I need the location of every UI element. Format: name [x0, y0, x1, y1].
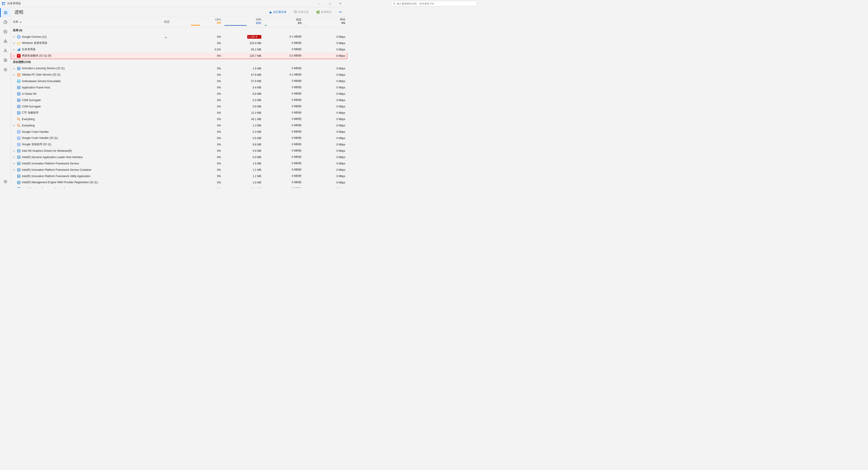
process-disk-cell: 0 MB/秒 [263, 91, 303, 97]
process-name-label: A-Volute NS [22, 92, 37, 95]
svg-rect-54 [18, 113, 20, 114]
expand-button[interactable]: ▷ [13, 55, 16, 57]
process-disk-cell: 0 MB/秒 [263, 141, 303, 148]
title-bar-left: 任务管理器 [2, 2, 21, 5]
expand-button[interactable]: ▷ [13, 42, 16, 45]
process-name-label: Intel(R) Innovation Platform Framework S… [22, 168, 92, 171]
process-memory-cell: 5.4 MB [223, 84, 263, 91]
process-memory-cell: 5.0 MB [223, 97, 263, 104]
process-network-cell: 0 Mbps [303, 72, 347, 78]
page-title: 进程 [14, 9, 24, 15]
sidebar-item-startup[interactable] [1, 37, 10, 46]
svg-rect-72 [18, 157, 20, 157]
expand-button[interactable]: ▷ [13, 162, 16, 165]
process-icon [17, 86, 21, 89]
table-row[interactable]: Intel(R) Innovation Platform Framework U… [11, 173, 347, 179]
process-memory-cell: 0.9 MB [223, 148, 263, 154]
sidebar-item-settings[interactable] [1, 177, 10, 186]
table-row[interactable]: ▷ Intel HD Graphics Drivers for Windows(… [11, 148, 347, 154]
col-header-network[interactable]: 网络 0% [303, 16, 347, 27]
col-header-memory[interactable]: 内存 20% [223, 16, 263, 27]
process-table-container[interactable]: 名称 ▲ 状态 CPU 6% 内存 20% [11, 16, 347, 188]
svg-rect-67 [18, 145, 20, 145]
table-row[interactable]: ▷ Windows 资源管理器 0% 225.9 MB 0 MB/秒 0 Mbp… [11, 40, 347, 47]
table-row[interactable]: ▷ Intel(R) Innovation Platform Framework… [11, 167, 347, 173]
table-row[interactable]: COM Surrogate 0% 0.9 MB 0 MB/秒 0 Mbps [11, 104, 347, 110]
process-status-cell [162, 167, 189, 173]
sidebar-item-services[interactable] [1, 65, 10, 74]
process-disk-cell: 0 MB/秒 [263, 116, 303, 122]
expand-button[interactable]: ▷ [13, 187, 16, 188]
table-row[interactable]: ▷ Intel(R) Innovation Platform Framework… [11, 160, 347, 167]
process-memory-cell: 1,160.9 ... [223, 34, 263, 40]
process-name-label: 任务管理器 [22, 48, 35, 51]
col-header-disk[interactable]: 磁盘 2% [263, 16, 303, 27]
process-name-cell: ▷ Activation Licensing Service (32 位) [11, 65, 162, 72]
process-status-cell [162, 154, 189, 160]
table-row[interactable]: ▷ Intel® Graphics Command Center Service… [11, 186, 347, 188]
process-icon [17, 149, 21, 153]
table-row[interactable]: Google 安装程序 (32 位) 0% 9.8 MB 0 MB/秒 0 Mb… [11, 141, 347, 148]
table-row[interactable]: Intel(R) Management Engine WMI Provider … [11, 179, 347, 186]
expand-button[interactable]: ▷ [13, 35, 16, 38]
sidebar-item-process[interactable] [0, 8, 11, 17]
process-name-label: Windows 资源管理器 [22, 41, 47, 45]
table-row[interactable]: A-Volute NS 0% 6.8 MB 0 MB/秒 0 Mbps [11, 91, 347, 97]
process-memory-cell: 1.6 MB [223, 179, 263, 186]
table-row[interactable]: Application Frame Host 0% 5.4 MB 0 MB/秒 … [11, 84, 347, 91]
efficiency-mode-button[interactable]: 🌿 效率模式 [314, 9, 333, 15]
table-row[interactable]: ▷ Alibaba PC Safe Service (32 位) 0% 67.8… [11, 72, 347, 78]
col-header-name[interactable]: 名称 ▲ [11, 16, 162, 27]
process-icon [17, 155, 21, 159]
more-options-button[interactable]: ••• [337, 10, 344, 15]
table-row[interactable]: COM Surrogate 0% 5.0 MB 0 MB/秒 0 Mbps [11, 97, 347, 104]
minimize-button[interactable]: ─ [314, 0, 324, 7]
table-row[interactable]: ▷ Everything 0% 1.3 MB 0 MB/秒 0 Mbps [11, 122, 347, 129]
svg-rect-70 [18, 151, 20, 151]
process-status-cell [162, 179, 189, 186]
expand-button[interactable]: ▷ [13, 74, 16, 76]
table-row[interactable]: CTF 加载程序 0% 21.0 MB 0 MB/秒 0 Mbps [11, 110, 347, 116]
table-row[interactable]: Antimalware Service Executable 0% 57.9 M… [11, 78, 347, 84]
sidebar-item-performance[interactable] [1, 18, 10, 27]
process-name-label: Everything [22, 118, 35, 121]
col-header-status[interactable]: 状态 [162, 16, 189, 27]
title-bar: 任务管理器 ─ □ ✕ [0, 0, 347, 7]
sidebar-item-apphistory[interactable] [1, 27, 10, 36]
sidebar-item-users[interactable] [1, 46, 10, 55]
table-row[interactable]: Everything 0% 45.1 MB 0 MB/秒 0 Mbps [11, 116, 347, 122]
table-row[interactable]: ▷ Intel(R) Dynamic Application Loader Ho… [11, 154, 347, 160]
process-disk-cell: 0 MB/秒 [263, 148, 303, 154]
process-icon [17, 181, 21, 184]
table-row[interactable]: ▷ 任务管理器 0.2% 65.2 MB 0 MB/秒 0 Mbps [11, 47, 347, 53]
process-cpu-cell: 0% [189, 129, 223, 135]
table-row[interactable]: ▷ Activation Licensing Service (32 位) 0%… [11, 65, 347, 72]
expand-button[interactable]: ▷ [13, 124, 16, 127]
table-row[interactable]: Google Crash Handler (32 位) 0% 0.6 MB 0 … [11, 135, 347, 141]
run-task-label: 运行新任务 [273, 10, 287, 14]
col-header-cpu[interactable]: CPU 6% [189, 16, 223, 27]
expand-button[interactable]: ▷ [13, 156, 16, 158]
process-network-cell: 0 Mbps [303, 179, 347, 186]
process-memory-cell: 0.9 MB [223, 154, 263, 160]
process-cpu-cell: 0% [189, 179, 223, 186]
svg-rect-71 [18, 156, 20, 158]
sidebar-item-details[interactable] [1, 56, 10, 65]
expand-button[interactable]: ▷ [13, 169, 16, 171]
svg-rect-64 [18, 139, 20, 139]
run-task-button[interactable]: ▶ 运行新任务 [268, 9, 288, 15]
close-button[interactable]: ✕ [335, 0, 345, 7]
expand-button[interactable]: ▷ [13, 48, 16, 51]
maximize-button[interactable]: □ [324, 0, 335, 7]
process-name-label: Intel(R) Management Engine WMI Provider … [22, 180, 98, 184]
table-row[interactable]: Google Crash Handler 0% 0.3 MB 0 MB/秒 0 … [11, 129, 347, 135]
process-memory-cell: 45.1 MB [223, 116, 263, 122]
expand-button[interactable]: ▷ [13, 67, 16, 70]
expand-button[interactable]: ▷ [13, 149, 16, 152]
svg-rect-18 [4, 60, 7, 60]
table-row[interactable]: ▷ Google Chrome (12) ☁ 0% 1,160.9 ... 0.… [11, 34, 347, 40]
sort-arrow: ▲ [20, 21, 22, 23]
process-cpu-cell: 0% [189, 186, 223, 188]
end-task-button[interactable]: 结束任务 [292, 9, 311, 15]
table-row[interactable]: ▷ Y 网易有道翻译 (32 位) (8) 0% 120.7 MB 0.3 MB… [11, 53, 347, 59]
